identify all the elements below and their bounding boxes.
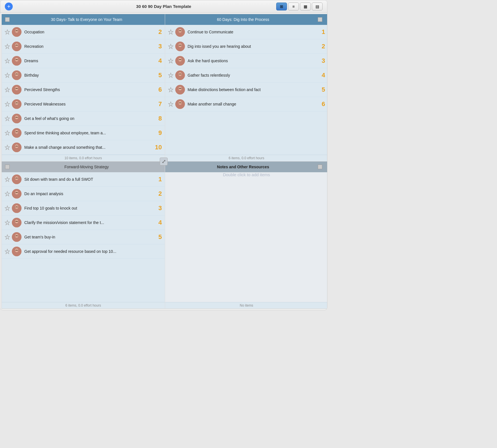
svg-point-88	[179, 103, 180, 103]
item-number: 5	[154, 72, 162, 79]
quadrant-strategy: Forward-Moving Strategy Sit down with te…	[2, 161, 165, 309]
item-text: Do an Impact analysis	[24, 191, 152, 196]
list-item[interactable]: Birthday5	[2, 68, 165, 83]
svg-point-112	[16, 221, 16, 222]
q4-title: Notes and Other Resources	[168, 165, 318, 169]
q2-footer: 6 items, 0.0 effort hours	[165, 155, 328, 161]
item-text: Get a feel of what's going on	[24, 116, 152, 121]
list-item[interactable]: Spend time thinking about employee, team…	[2, 126, 165, 140]
star-icon[interactable]	[5, 234, 10, 240]
svg-point-77	[180, 74, 181, 74]
star-icon[interactable]	[5, 101, 10, 107]
avatar	[12, 114, 21, 123]
q1-items: Occupation2 Recreation3 Dreams4 Birthday…	[2, 25, 165, 155]
star-icon[interactable]	[168, 72, 174, 78]
item-number: 2	[317, 43, 325, 50]
avatar	[12, 70, 21, 80]
svg-point-76	[179, 74, 180, 74]
q3-title: Forward-Moving Strategy	[12, 165, 161, 169]
add-button[interactable]: +	[5, 3, 13, 10]
view-grid-button[interactable]: ⊞	[276, 3, 287, 10]
item-text: Clarify the mission/vision statement for…	[24, 220, 152, 225]
list-item[interactable]: Percieved Weaknesses7	[2, 97, 165, 111]
item-number: 4	[154, 57, 162, 64]
star-icon[interactable]	[5, 191, 10, 197]
star-icon[interactable]	[5, 145, 10, 150]
item-number: 8	[154, 115, 162, 122]
q2-checkbox[interactable]	[318, 17, 322, 22]
item-text: Gather facts relentlessly	[188, 73, 315, 77]
item-text: Dreams	[24, 59, 152, 63]
list-item[interactable]: Dig into issed you are hearing about2	[165, 39, 328, 54]
list-item[interactable]: Make another small change6	[165, 97, 328, 111]
star-icon[interactable]	[5, 87, 10, 92]
list-item[interactable]: Make distinctions between fiction and fa…	[165, 83, 328, 97]
q2-title: 60 Days: Dig Into the Process	[168, 17, 318, 22]
svg-point-34	[16, 103, 16, 103]
svg-point-46	[16, 132, 16, 132]
item-number: 2	[154, 28, 162, 36]
star-icon[interactable]	[5, 130, 10, 136]
q1-header: 30 Days- Talk to Everyone on Your Team	[2, 14, 165, 25]
list-item[interactable]: Gather facts relentlessly4	[165, 68, 328, 83]
star-icon[interactable]	[5, 176, 10, 182]
svg-point-10	[16, 45, 16, 46]
list-item[interactable]: Do an Impact analysis2	[2, 187, 165, 201]
list-item[interactable]: Clarify the mission/vision statement for…	[2, 216, 165, 230]
list-item[interactable]: Make a small change around something tha…	[2, 140, 165, 155]
view-calendar-button[interactable]: ▦	[300, 3, 311, 10]
svg-point-95	[17, 178, 18, 178]
list-item[interactable]: Find top 10 goals to knock out3	[2, 201, 165, 216]
item-number: 3	[154, 43, 162, 50]
list-item[interactable]: Continue to Communicate1	[165, 25, 328, 39]
q1-checkbox[interactable]	[5, 17, 10, 22]
avatar	[12, 56, 21, 66]
q3-checkbox[interactable]	[5, 165, 10, 169]
list-item[interactable]: Sit down with team and do a full SWOT1	[2, 172, 165, 187]
star-icon[interactable]	[168, 29, 174, 35]
avatar	[12, 232, 21, 242]
item-text: Continue to Communicate	[188, 30, 315, 34]
item-number: 10	[154, 144, 162, 151]
svg-point-125	[17, 250, 18, 251]
star-icon[interactable]	[5, 58, 10, 64]
grid-drag-handle[interactable]: ⤢	[160, 158, 168, 165]
gantt-icon: ▤	[316, 4, 319, 9]
calendar-icon: ▦	[304, 4, 307, 9]
avatar	[175, 70, 185, 80]
star-icon[interactable]	[168, 101, 174, 107]
star-icon[interactable]	[168, 44, 174, 49]
star-icon[interactable]	[5, 220, 10, 225]
star-icon[interactable]	[5, 29, 10, 35]
svg-point-59	[180, 31, 181, 31]
star-icon[interactable]	[5, 72, 10, 78]
list-item[interactable]: Get a feel of what's going on8	[2, 111, 165, 126]
view-list-button[interactable]: ≡	[288, 3, 299, 10]
list-icon: ≡	[292, 4, 295, 9]
star-icon[interactable]	[5, 249, 10, 254]
avatar	[12, 99, 21, 109]
list-item[interactable]: Get team's buy-in5	[2, 230, 165, 244]
svg-point-47	[17, 132, 18, 132]
star-icon[interactable]	[5, 44, 10, 49]
item-number: 7	[154, 100, 162, 108]
star-icon[interactable]	[168, 87, 174, 92]
list-item[interactable]: Ask the hard questions3	[165, 54, 328, 68]
item-text: Ask the hard questions	[188, 59, 315, 63]
list-item[interactable]: Recreation3	[2, 39, 165, 54]
list-item[interactable]: Percieved Strengths6	[2, 83, 165, 97]
star-icon[interactable]	[5, 116, 10, 121]
svg-point-41	[17, 117, 18, 118]
star-icon[interactable]	[5, 205, 10, 211]
q4-checkbox[interactable]	[318, 165, 322, 169]
list-item[interactable]: Dreams4	[2, 54, 165, 68]
item-text: Spend time thinking about employee, team…	[24, 131, 152, 135]
svg-point-71	[180, 59, 181, 60]
list-item[interactable]: Get approval for needed resource based o…	[2, 244, 165, 259]
view-gantt-button[interactable]: ▤	[312, 3, 323, 10]
list-item[interactable]: Occupation2	[2, 25, 165, 39]
star-icon[interactable]	[168, 58, 174, 64]
svg-point-64	[179, 45, 180, 46]
avatar	[175, 27, 185, 37]
avatar	[12, 27, 21, 37]
